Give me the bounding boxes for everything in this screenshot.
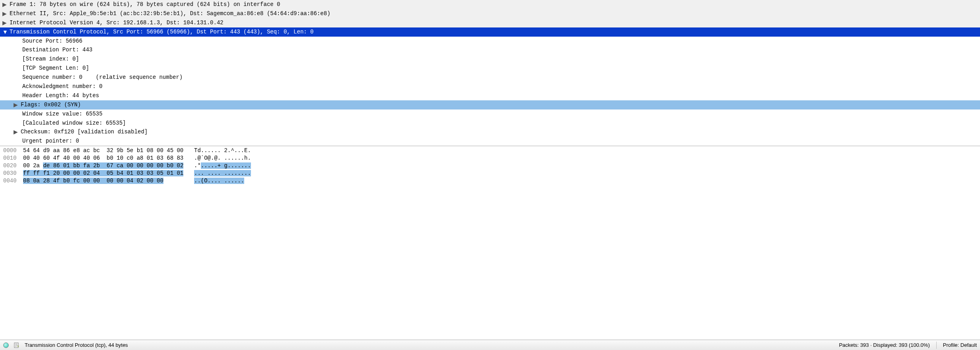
chevron-right-icon[interactable]: ▶ (2, 19, 10, 27)
tree-item-src-port[interactable]: Source Port: 56966 (0, 37, 980, 46)
tree-item-stream-index[interactable]: [Stream index: 0] (0, 55, 980, 64)
hex-offset: 0030 (3, 170, 23, 177)
hex-ascii[interactable]: ... .... ........ (194, 170, 251, 177)
hex-offset: 0040 (3, 177, 23, 185)
tree-item-tcp[interactable]: ▼ Transmission Control Protocol, Src Por… (0, 27, 980, 37)
tree-label: Frame 1: 78 bytes on wire (624 bits), 78… (10, 1, 280, 8)
tree-item-flags[interactable]: ▶ Flags: 0x002 (SYN) (0, 100, 980, 109)
tree-label: Header Length: 44 bytes (22, 92, 99, 100)
hex-dump-pane[interactable]: 000054 64 d9 aa 86 e8 ac bc 32 9b 5e b1 … (0, 146, 980, 340)
tree-label: Transmission Control Protocol, Src Port:… (10, 28, 314, 36)
hex-bytes[interactable]: 54 64 d9 aa 86 e8 ac bc 32 9b 5e b1 08 0… (23, 147, 194, 154)
tree-label: Sequence number: 0 (relative sequence nu… (22, 74, 183, 81)
hex-row[interactable]: 004008 0a 28 4f b0 fc 00 00 00 00 04 02 … (3, 177, 980, 185)
status-separator (936, 342, 937, 349)
tree-label: Acknowledgment number: 0 (22, 83, 103, 90)
packet-details-pane[interactable]: ▶ Frame 1: 78 bytes on wire (624 bits), … (0, 0, 980, 146)
tree-item-ack[interactable]: Acknowledgment number: 0 (0, 82, 980, 91)
tree-item-calc-window-size[interactable]: [Calculated window size: 65535] (0, 119, 980, 128)
tree-item-checksum[interactable]: ▶ Checksum: 0xf120 [validation disabled] (0, 127, 980, 137)
tree-item-window-size[interactable]: Window size value: 65535 (0, 109, 980, 119)
status-bar: Transmission Control Protocol (tcp), 44 … (0, 340, 980, 350)
hex-ascii[interactable]: .*.....+ g....... (194, 162, 251, 170)
hex-ascii-highlight: ..(O.... ...... (194, 178, 244, 184)
tree-item-ip[interactable]: ▶ Internet Protocol Version 4, Src: 192.… (0, 18, 980, 27)
hex-bytes[interactable]: 00 40 60 4f 40 00 40 06 b0 10 c0 a8 01 0… (23, 154, 194, 162)
chevron-right-icon[interactable]: ▶ (14, 101, 21, 109)
chevron-right-icon[interactable]: ▶ (14, 128, 21, 136)
chevron-right-icon[interactable]: ▶ (2, 10, 10, 18)
hex-bytes[interactable]: 08 0a 28 4f b0 fc 00 00 00 00 04 02 00 0… (23, 177, 194, 185)
chevron-right-icon[interactable]: ▶ (2, 1, 10, 8)
expert-info-icon[interactable] (14, 342, 20, 348)
tree-label: [TCP Segment Len: 0] (22, 65, 89, 72)
tree-label: Checksum: 0xf120 [validation disabled] (21, 128, 148, 136)
tree-label: [Calculated window size: 65535] (22, 119, 126, 127)
hex-ascii-highlight: ... .... ........ (194, 170, 251, 176)
tree-item-ethernet[interactable]: ▶ Ethernet II, Src: Apple_9b:5e:b1 (ac:b… (0, 9, 980, 18)
tree-item-header-length[interactable]: Header Length: 44 bytes (0, 91, 980, 100)
status-packets[interactable]: Packets: 393 · Displayed: 393 (100.0%) (839, 342, 929, 348)
capture-status-led-icon[interactable] (3, 342, 9, 348)
hex-bytes-highlight: de 86 01 bb fa 2b 67 ca 00 00 00 00 b0 0… (43, 162, 183, 169)
hex-ascii[interactable]: Td...... 2.^...E. (194, 147, 251, 154)
hex-row[interactable]: 0030ff ff f1 20 00 00 02 04 05 b4 01 03 … (3, 170, 980, 177)
tree-label: Destination Port: 443 (22, 46, 92, 54)
hex-offset: 0010 (3, 154, 23, 162)
hex-ascii[interactable]: .@`O@.@. ......h. (194, 154, 251, 162)
tree-label: Window size value: 65535 (22, 110, 103, 118)
hex-row[interactable]: 001000 40 60 4f 40 00 40 06 b0 10 c0 a8 … (3, 154, 980, 162)
status-profile[interactable]: Profile: Default (943, 342, 977, 348)
hex-offset: 0020 (3, 162, 23, 170)
hex-bytes[interactable]: ff ff f1 20 00 00 02 04 05 b4 01 03 03 0… (23, 170, 194, 177)
hex-bytes-highlight: ff ff f1 20 00 00 02 04 05 b4 01 03 03 0… (23, 170, 183, 176)
hex-row[interactable]: 002000 2a de 86 01 bb fa 2b 67 ca 00 00 … (3, 162, 980, 170)
hex-row[interactable]: 000054 64 d9 aa 86 e8 ac bc 32 9b 5e b1 … (3, 147, 980, 154)
tree-label: Source Port: 56966 (22, 37, 82, 45)
tree-item-seq[interactable]: Sequence number: 0 (relative sequence nu… (0, 73, 980, 82)
tree-item-frame[interactable]: ▶ Frame 1: 78 bytes on wire (624 bits), … (0, 0, 980, 9)
tree-label: Ethernet II, Src: Apple_9b:5e:b1 (ac:bc:… (10, 10, 331, 18)
tree-label: [Stream index: 0] (22, 55, 79, 63)
hex-bytes-highlight: 08 0a 28 4f b0 fc 00 00 00 00 04 02 00 0… (23, 178, 163, 184)
hex-bytes[interactable]: 00 2a de 86 01 bb fa 2b 67 ca 00 00 00 0… (23, 162, 194, 170)
tree-label: Internet Protocol Version 4, Src: 192.16… (10, 19, 224, 27)
tree-item-segment-len[interactable]: [TCP Segment Len: 0] (0, 64, 980, 73)
tree-label: Urgent pointer: 0 (22, 137, 79, 145)
tree-item-urgent-pointer[interactable]: Urgent pointer: 0 (0, 137, 980, 146)
hex-offset: 0000 (3, 147, 23, 154)
tree-item-dst-port[interactable]: Destination Port: 443 (0, 45, 980, 55)
hex-ascii-highlight: .....+ g....... (201, 162, 251, 169)
status-field-text[interactable]: Transmission Control Protocol (tcp), 44 … (25, 342, 128, 348)
tree-label: Flags: 0x002 (SYN) (21, 101, 81, 109)
hex-ascii[interactable]: ..(O.... ...... (194, 177, 244, 185)
chevron-down-icon[interactable]: ▼ (2, 28, 10, 36)
